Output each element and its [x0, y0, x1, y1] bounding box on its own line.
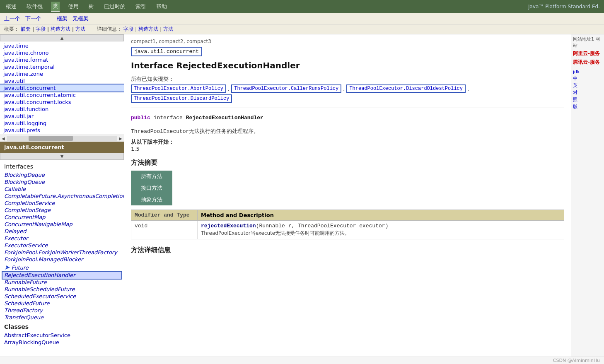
sidebar-interface-item[interactable]: BlockingQueue [2, 178, 121, 186]
sidebar-pkg-item[interactable]: java.time.chrono [0, 49, 124, 56]
ad2-link[interactable]: 腾讯云-服务 [573, 59, 602, 66]
sidebar-interface-item[interactable]: RejectedExecutionHandler [2, 272, 121, 279]
sidebar-interface-item[interactable]: TransferQueue [2, 314, 121, 321]
sidebar-pkg-item[interactable]: java.util.prefs [0, 127, 124, 134]
ban-link[interactable]: 版 [573, 104, 602, 110]
filter-interface-btn[interactable]: 接口方法 [131, 182, 172, 194]
zhao-link[interactable]: 照 [573, 96, 602, 103]
filter-abstract-btn[interactable]: 抽象方法 [131, 194, 172, 205]
zh-link[interactable]: 中 [573, 75, 602, 82]
main-layout: ▲ java.timejava.time.chronojava.time.for… [0, 34, 604, 357]
sidebar-scroll-down[interactable]: ▼ [0, 153, 124, 160]
sidebar-pkg-item[interactable]: java.time.format [0, 56, 124, 63]
arrow-future-icon: ➤ [4, 263, 10, 271]
sidebar-pkg-item[interactable]: java.util.logging [0, 120, 124, 127]
nav-use[interactable]: 使用 [66, 2, 80, 11]
detail-label: 详细信息： [97, 26, 122, 33]
sidebar-hscroll: ◀ ▶ [0, 135, 124, 142]
sidebar-pkg-item[interactable]: java.util.concurrent.atomic [0, 92, 124, 99]
method-modifier: void [131, 221, 198, 239]
method2-link[interactable]: 方法 [163, 26, 173, 33]
sidebar-pkg-item[interactable]: java.util [0, 77, 124, 84]
hscroll-track [7, 136, 118, 141]
nav-class[interactable]: 类 [51, 2, 60, 12]
filter-all-btn[interactable]: 所有方法 [131, 171, 172, 182]
top-navbar: 概述 软件包 类 使用 树 已过时的 索引 帮助 Java™ Platform … [0, 0, 604, 13]
sidebar-interface-item[interactable]: ExecutorService [2, 242, 121, 249]
sidebar-interface-item[interactable]: ScheduledExecutorService [2, 293, 121, 300]
sidebar-interface-item[interactable]: CompletionStage [2, 207, 121, 214]
nav-help[interactable]: 帮助 [155, 2, 169, 11]
dui-link[interactable]: 对 [573, 89, 602, 96]
impl-link[interactable]: ThreadPoolExecutor.DiscardOldestPolicy [346, 84, 466, 93]
method-link[interactable]: 方法 [75, 26, 85, 33]
sidebar-interface-item[interactable]: RunnableFuture [2, 279, 121, 286]
nested-link[interactable]: 嵌套 [21, 26, 31, 33]
constructor-link[interactable]: 构造方法 [51, 26, 70, 33]
sidebar-interface-item[interactable]: ScheduledFuture [2, 300, 121, 307]
right-sidebar: 网站地址1 网站 阿里云-服务 腾讯云-服务 jdk 中 英 对 照 版 [571, 34, 604, 357]
topbar-right-label: Java™ Platform Standard Ed. [528, 4, 600, 10]
sidebar-interface-item[interactable]: Delayed [2, 228, 121, 235]
nav-tree[interactable]: 树 [87, 2, 96, 11]
impl-link[interactable]: ThreadPoolExecutor.CallerRunsPolicy [231, 84, 341, 93]
hscroll-left[interactable]: ◀ [2, 136, 5, 141]
main-content: compact1, compact2, compact3 java.util.c… [124, 34, 571, 357]
frame-link[interactable]: 框架 [57, 15, 68, 22]
sidebar-interface-item[interactable]: ForkJoinPool.ForkJoinWorkerThreadFactory [2, 249, 121, 256]
sidebar-interface-item[interactable]: CompletionService [2, 200, 121, 207]
jdk-link[interactable]: jdk [573, 69, 602, 75]
sidebar-interface-item[interactable]: BlockingDeque [2, 171, 121, 178]
sidebar-pkg-item[interactable]: java.time.zone [0, 70, 124, 77]
sidebar-pkg-title: java.util.concurrent [4, 144, 64, 150]
sidebar-class-item[interactable]: AbstractExecutorService [2, 332, 121, 339]
hscroll-right[interactable]: ▶ [119, 136, 122, 141]
sidebar-scroll-up[interactable]: ▲ [0, 34, 124, 41]
ad1-link[interactable]: 阿里云-服务 [573, 50, 602, 57]
sidebar-pkg-item[interactable]: java.util.function [0, 106, 124, 113]
prev-link[interactable]: 上一个 [4, 15, 20, 22]
en-link[interactable]: 英 [573, 82, 602, 89]
impl-link[interactable]: ThreadPoolExecutor.DiscardPolicy [131, 94, 232, 103]
package-badge: java.util.concurrent [131, 47, 202, 56]
bottom-watermark: CSDN @AlminminHu [0, 357, 604, 364]
sidebar-section-header: java.util.concurrent [0, 142, 124, 153]
sidebar-pkg-item[interactable]: java.util.concurrent [0, 84, 124, 92]
nav-package[interactable]: 软件包 [25, 2, 44, 11]
site-label: 网站地址1 网站 [573, 36, 602, 48]
sidebar-class-item[interactable]: ArrayBlockingQueue [2, 339, 121, 346]
sidebar-interface-item[interactable]: Executor [2, 235, 121, 242]
sidebar-pkg-item[interactable]: java.util.concurrent.locks [0, 99, 124, 106]
sidebar-package-list: java.timejava.time.chronojava.time.forma… [0, 41, 124, 135]
classes-section-title: Classes [0, 321, 124, 332]
method-signature[interactable]: rejectedExecution(Runnable r, ThreadPool… [201, 223, 561, 229]
content-inner: compact1, compact2, compact3 java.util.c… [124, 34, 571, 262]
next-link[interactable]: 下一个 [25, 15, 41, 22]
nav-overview[interactable]: 概述 [4, 2, 18, 11]
sidebar-pkg-item[interactable]: java.time.temporal [0, 63, 124, 70]
sidebar-pkg-item[interactable]: java.util.jar [0, 113, 124, 120]
constructor2-link[interactable]: 构造方法 [138, 26, 158, 33]
field-link[interactable]: 字段 [36, 26, 46, 33]
method-table: Modifier and Type Method and Description… [131, 210, 564, 239]
summary-bar: 概要： 嵌套 | 字段 | 构造方法 | 方法 详细信息： 字段 | 构造方法 … [0, 24, 604, 34]
nav-index[interactable]: 索引 [134, 2, 148, 11]
interface-list: BlockingDequeBlockingQueueCallableComple… [0, 171, 124, 321]
nav-deprecated[interactable]: 已过时的 [102, 2, 127, 11]
sidebar-interface-item[interactable]: Callable [2, 186, 121, 193]
sidebar-interface-item[interactable]: ➤Future [2, 263, 121, 272]
sidebar-interface-item[interactable]: ConcurrentMap [2, 214, 121, 221]
noframe-link[interactable]: 无框架 [72, 15, 89, 22]
interfaces-section-title: Interfaces [0, 160, 124, 171]
field2-link[interactable]: 字段 [123, 26, 133, 33]
sidebar-interface-item[interactable]: ForkJoinPool.ManagedBlocker [2, 256, 121, 263]
sidebar-interface-item[interactable]: RunnableScheduledFuture [2, 286, 121, 293]
sidebar-interface-item[interactable]: ThreadFactory [2, 307, 121, 314]
impl-link[interactable]: ThreadPoolExecutor.AbortPolicy [131, 84, 226, 93]
sidebar-pkg-item[interactable]: java.time [0, 42, 124, 49]
description-text: ThreadPoolExecutor无法执行的任务的处理程序。 [131, 128, 564, 135]
sidebar-interface-item[interactable]: ConcurrentNavigableMap [2, 221, 121, 228]
sep1 [46, 15, 52, 22]
known-impl-section: 所有已知实现类： ThreadPoolExecutor.AbortPolicy,… [131, 75, 564, 103]
sidebar-interface-item[interactable]: CompletableFuture.AsynchronousCompletion… [2, 193, 121, 200]
